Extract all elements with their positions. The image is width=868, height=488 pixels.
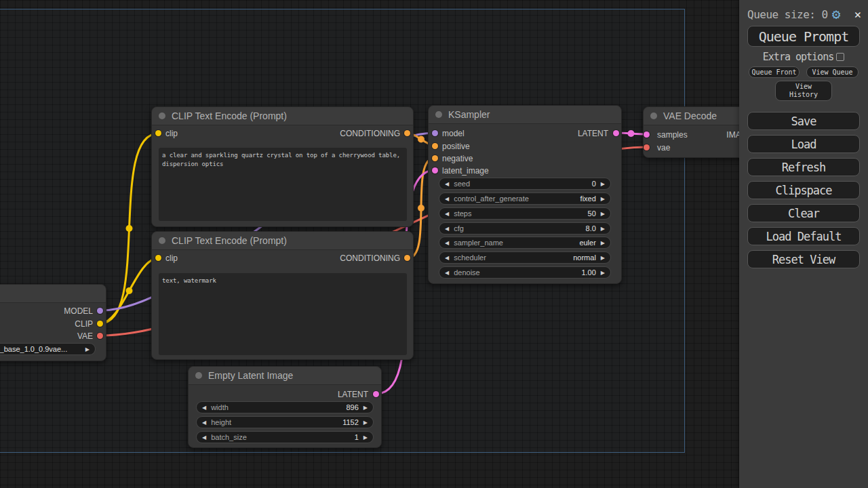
node-title: CLIP Text Encode (Prompt) <box>172 110 287 121</box>
node-title: Empty Latent Image <box>208 370 293 381</box>
batch-size-widget[interactable]: ◀ batch_size 1 ▶ <box>196 431 374 443</box>
widget-label: width <box>211 403 229 411</box>
output-label-conditioning: CONDITIONING <box>340 129 400 138</box>
save-button[interactable]: Save <box>747 112 860 130</box>
settings-gear-icon[interactable]: ⚙ <box>832 7 841 21</box>
stepper-right-arrow-icon[interactable]: ▶ <box>601 181 605 187</box>
clip-slot-dot[interactable] <box>97 321 103 327</box>
widget-label: height <box>211 418 231 426</box>
collapse-dot-icon[interactable] <box>159 237 165 244</box>
ckpt-name-widget[interactable]: xl_base_1.0_0.9vae... ▶ <box>0 343 96 355</box>
stepper-left-arrow-icon[interactable]: ◀ <box>202 405 206 411</box>
stepper-left-arrow-icon[interactable]: ◀ <box>445 255 449 261</box>
stepper-left-arrow-icon[interactable]: ◀ <box>445 270 449 276</box>
conditioning-slot-dot[interactable] <box>404 255 410 261</box>
latent-slot-dot[interactable] <box>373 391 379 397</box>
clipspace-button[interactable]: Clipspace <box>747 181 860 199</box>
node-clip-text-encode-negative[interactable]: CLIP Text Encode (Prompt) clip CONDITION… <box>151 231 414 360</box>
node-title: KSampler <box>448 109 490 120</box>
load-default-button[interactable]: Load Default <box>747 227 860 245</box>
node-header[interactable]: KSampler <box>429 106 621 124</box>
control-after-generate-widget[interactable]: ◀ control_after_generate fixed ▶ <box>439 192 611 205</box>
extra-options-checkbox[interactable] <box>836 53 844 61</box>
collapse-dot-icon[interactable] <box>159 113 165 119</box>
sampler-name-widget[interactable]: ◀ sampler_name euler ▶ <box>439 237 611 249</box>
denoise-widget[interactable]: ◀ denoise 1.00 ▶ <box>439 266 611 279</box>
clear-button[interactable]: Clear <box>747 204 860 222</box>
widget-value: 8.0 <box>586 224 596 232</box>
node-load-checkpoint-header[interactable] <box>0 285 106 303</box>
view-queue-button[interactable]: View Queue <box>806 66 859 78</box>
stepper-left-arrow-icon[interactable]: ◀ <box>445 211 449 217</box>
scheduler-widget[interactable]: ◀ scheduler normal ▶ <box>439 251 611 264</box>
node-ksampler[interactable]: KSampler model LATENT positive negative … <box>428 105 622 284</box>
seed-widget[interactable]: ◀ seed 0 ▶ <box>439 178 611 190</box>
load-button[interactable]: Load <box>747 135 860 153</box>
stepper-left-arrow-icon[interactable]: ◀ <box>445 240 449 246</box>
stepper-left-arrow-icon[interactable]: ◀ <box>445 196 449 202</box>
stepper-right-arrow-icon[interactable]: ▶ <box>363 420 368 426</box>
collapse-dot-icon[interactable] <box>435 111 442 118</box>
close-menu-icon[interactable]: ✕ <box>854 7 861 21</box>
widget-label: batch_size <box>211 433 247 441</box>
latent-slot-dot[interactable] <box>613 130 619 136</box>
input-label-latent-image: latent_image <box>442 166 489 176</box>
model-slot-dot[interactable] <box>97 308 103 314</box>
ckpt-name-value: xl_base_1.0_0.9vae... <box>0 345 81 353</box>
conditioning-slot-dot[interactable] <box>432 143 438 149</box>
conditioning-slot-dot[interactable] <box>404 130 410 136</box>
refresh-button[interactable]: Refresh <box>747 158 860 176</box>
collapse-dot-icon[interactable] <box>195 372 202 379</box>
stepper-right-arrow-icon[interactable]: ▶ <box>601 255 605 261</box>
collapse-dot-icon[interactable] <box>650 113 657 119</box>
conditioning-slot-dot[interactable] <box>432 155 438 161</box>
node-empty-latent-image[interactable]: Empty Latent Image LATENT ◀ width 896 ▶ … <box>188 366 382 448</box>
input-slot-latent-image: latent_image <box>429 165 621 177</box>
output-slot-conditioning: CONDITIONING <box>152 127 413 140</box>
cfg-widget[interactable]: ◀ cfg 8.0 ▶ <box>439 222 611 235</box>
widget-value: 0 <box>592 180 596 188</box>
widget-label: cfg <box>454 224 464 232</box>
widget-label: denoise <box>454 268 480 277</box>
stepper-right-arrow-icon[interactable]: ▶ <box>601 240 605 246</box>
input-label-negative: negative <box>442 154 473 163</box>
negative-prompt-textarea[interactable]: text, watermark <box>159 273 407 355</box>
node-header[interactable]: Empty Latent Image <box>189 367 381 385</box>
height-widget[interactable]: ◀ height 1152 ▶ <box>196 416 374 428</box>
stepper-right-arrow-icon[interactable]: ▶ <box>601 211 605 217</box>
input-label-positive: positive <box>442 142 470 151</box>
output-label-conditioning: CONDITIONING <box>340 253 400 263</box>
vae-slot-dot[interactable] <box>97 333 103 339</box>
stepper-left-arrow-icon[interactable]: ◀ <box>202 420 206 426</box>
stepper-left-arrow-icon[interactable]: ◀ <box>445 181 449 187</box>
stepper-left-arrow-icon[interactable]: ◀ <box>445 226 449 232</box>
stepper-left-arrow-icon[interactable]: ◀ <box>202 434 206 441</box>
node-header[interactable]: CLIP Text Encode (Prompt) <box>152 107 413 125</box>
output-slot-latent: LATENT <box>189 388 381 401</box>
vae-slot-dot[interactable] <box>644 144 650 150</box>
stepper-right-arrow-icon[interactable]: ▶ <box>601 196 605 202</box>
steps-widget[interactable]: ◀ steps 50 ▶ <box>439 207 611 220</box>
latent-slot-dot[interactable] <box>432 167 438 174</box>
node-header[interactable]: CLIP Text Encode (Prompt) <box>152 232 413 250</box>
stepper-right-arrow-icon[interactable]: ▶ <box>601 270 605 276</box>
queue-prompt-button[interactable]: Queue Prompt <box>747 26 860 47</box>
widget-label: seed <box>454 180 470 188</box>
node-clip-text-encode-positive[interactable]: CLIP Text Encode (Prompt) clip CONDITION… <box>151 106 414 227</box>
stepper-right-arrow-icon[interactable]: ▶ <box>363 434 368 441</box>
widget-value: 50 <box>588 209 596 218</box>
combo-right-arrow-icon[interactable]: ▶ <box>85 346 90 352</box>
node-load-checkpoint[interactable]: MODEL CLIP VAE xl_base_1.0_0.9vae... ▶ <box>0 284 106 361</box>
reset-view-button[interactable]: Reset View <box>747 250 860 268</box>
output-label-latent: LATENT <box>338 390 368 399</box>
view-history-button[interactable]: View History <box>775 81 832 101</box>
stepper-right-arrow-icon[interactable]: ▶ <box>601 226 605 232</box>
queue-front-button[interactable]: Queue Front <box>749 66 800 78</box>
positive-prompt-textarea[interactable]: a clear and sparkling quartz crystal on … <box>159 148 407 221</box>
stepper-right-arrow-icon[interactable]: ▶ <box>363 405 368 411</box>
output-slot-vae: VAE <box>0 330 106 342</box>
node-graph-canvas[interactable]: MODEL CLIP VAE xl_base_1.0_0.9vae... ▶ C… <box>0 0 868 488</box>
comfy-menu: Queue size: 0 ⚙ ✕ Queue Prompt Extra opt… <box>739 0 868 488</box>
width-widget[interactable]: ◀ width 896 ▶ <box>196 401 374 413</box>
widget-value: euler <box>579 239 595 247</box>
